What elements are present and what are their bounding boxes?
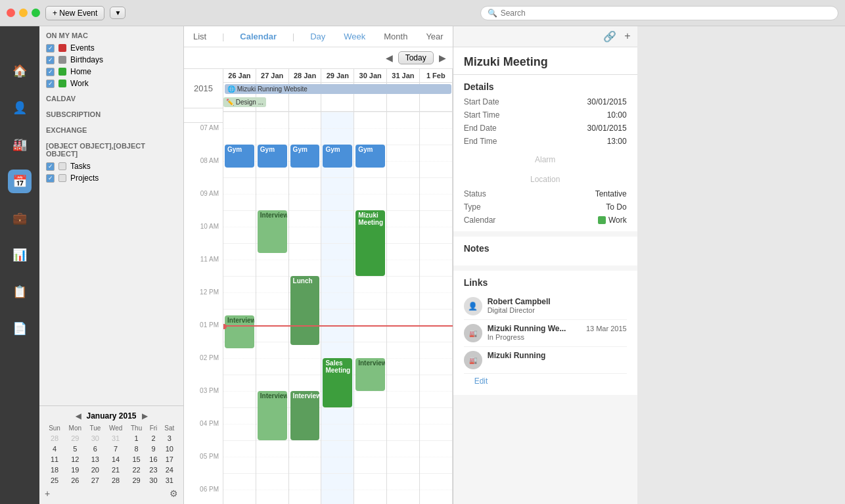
- link-item-project2[interactable]: 🏭 Mizuki Running: [464, 347, 627, 374]
- hour-line: [420, 342, 452, 342]
- day-header-date: 31 Jan: [390, 72, 417, 80]
- mini-cal-day[interactable]: 9: [146, 444, 160, 454]
- week-next-btn[interactable]: ▶: [439, 53, 446, 63]
- mini-cal-day[interactable]: 13: [85, 454, 104, 465]
- mini-cal-day[interactable]: 6: [85, 444, 104, 454]
- calendar-event[interactable]: Interview: [290, 391, 320, 440]
- calendar-event[interactable]: Gym: [355, 145, 385, 168]
- mini-cal-day[interactable]: 19: [64, 465, 85, 475]
- add-calendar-btn[interactable]: +: [45, 488, 50, 499]
- hour-line: [256, 342, 288, 342]
- mini-cal-day[interactable]: 7: [104, 444, 127, 454]
- tasks-checkbox[interactable]: [46, 162, 55, 171]
- calendar-event[interactable]: Gym: [290, 145, 320, 168]
- mini-cal-day[interactable]: 31: [161, 475, 178, 486]
- birthdays-checkbox[interactable]: [46, 56, 55, 64]
- tab-list[interactable]: List: [191, 30, 209, 43]
- birthdays-calendar-item[interactable]: Birthdays: [39, 54, 183, 66]
- mini-cal-day[interactable]: 11: [45, 454, 64, 465]
- mini-cal-day[interactable]: 20: [85, 465, 104, 475]
- tab-day[interactable]: Day: [308, 30, 328, 43]
- projects-checkbox[interactable]: [46, 174, 55, 183]
- projects-type-item[interactable]: Projects: [39, 172, 183, 184]
- calendar-icon[interactable]: 📅: [8, 170, 32, 193]
- mini-cal-day[interactable]: 24: [161, 465, 178, 475]
- mini-cal-day[interactable]: 14: [104, 454, 127, 465]
- mini-cal-day[interactable]: 1: [127, 433, 146, 444]
- today-button[interactable]: Today: [398, 51, 434, 64]
- tab-week[interactable]: Week: [341, 30, 368, 43]
- link-icon[interactable]: 🔗: [603, 30, 616, 43]
- tab-month[interactable]: Month: [381, 30, 410, 43]
- mini-cal-day[interactable]: 25: [45, 475, 64, 486]
- calendar-event[interactable]: Interview: [258, 391, 287, 440]
- mini-cal-day[interactable]: 12: [64, 454, 85, 465]
- calendar-event[interactable]: Interview: [355, 358, 385, 391]
- calendar-event[interactable]: Sales Meeting: [323, 358, 352, 407]
- mini-cal-day[interactable]: 30: [85, 433, 104, 444]
- mini-cal-day[interactable]: 17: [161, 454, 178, 465]
- mini-cal-day[interactable]: 31: [104, 433, 127, 444]
- mini-cal-day[interactable]: 3: [161, 433, 178, 444]
- hour-line: [420, 145, 452, 145]
- mini-cal-day[interactable]: 21: [104, 465, 127, 475]
- events-calendar-item[interactable]: Events: [39, 42, 183, 54]
- time-grid-scroll[interactable]: GymInterviewGymInterviewInterviewGymLunc…: [223, 112, 453, 504]
- calendar-event[interactable]: Lunch: [290, 276, 320, 345]
- home-icon[interactable]: 🏠: [8, 59, 32, 83]
- mini-cal-day[interactable]: 26: [64, 475, 85, 486]
- work-checkbox[interactable]: [46, 80, 55, 88]
- mini-cal-day[interactable]: 23: [146, 465, 160, 475]
- events-checkbox[interactable]: [46, 44, 55, 53]
- new-event-dropdown[interactable]: ▼: [110, 7, 126, 19]
- mini-cal-day[interactable]: 27: [85, 475, 104, 486]
- list-icon[interactable]: 📄: [8, 317, 32, 340]
- tasks-icon[interactable]: 💼: [8, 206, 32, 230]
- add-link-icon[interactable]: +: [624, 30, 630, 43]
- work-calendar-item[interactable]: Work: [39, 78, 183, 89]
- calendar-event[interactable]: Mizuki Meeting: [355, 210, 385, 276]
- link-item-project1[interactable]: 🏭 Mizuki Running We... 13 Mar 2015 In Pr…: [464, 320, 627, 347]
- settings-icon[interactable]: ⚙: [170, 488, 178, 499]
- tab-calendar[interactable]: Calendar: [237, 30, 279, 43]
- day-header-col: 29 Jan: [321, 69, 354, 82]
- maximize-button[interactable]: [32, 9, 40, 17]
- calendar-event[interactable]: Gym: [225, 145, 254, 168]
- calendar-event[interactable]: Gym: [258, 145, 287, 168]
- new-event-button[interactable]: + New Event: [45, 6, 104, 20]
- mini-cal-day[interactable]: 29: [127, 475, 146, 486]
- tasks-type-item[interactable]: Tasks: [39, 160, 183, 172]
- mini-cal-day[interactable]: 15: [127, 454, 146, 465]
- mini-cal-day[interactable]: 30: [146, 475, 160, 486]
- reports-icon[interactable]: 📊: [8, 243, 32, 267]
- mini-cal-next[interactable]: ▶: [142, 412, 147, 421]
- tab-year[interactable]: Year: [423, 30, 445, 43]
- mini-cal-day[interactable]: 22: [127, 465, 146, 475]
- industry-icon[interactable]: 🏭: [8, 133, 32, 156]
- edit-button[interactable]: Edit: [464, 374, 627, 388]
- home-checkbox[interactable]: [46, 68, 55, 76]
- mini-cal-day[interactable]: 29: [64, 433, 85, 444]
- mini-cal-day[interactable]: 4: [45, 444, 64, 454]
- minimize-button[interactable]: [19, 9, 28, 17]
- mini-cal-prev[interactable]: ◀: [76, 412, 81, 421]
- contacts-icon[interactable]: 👤: [8, 96, 32, 120]
- close-button[interactable]: [7, 9, 15, 17]
- mini-cal-day[interactable]: 28: [45, 433, 64, 444]
- week-prev-btn[interactable]: ◀: [386, 53, 393, 63]
- notes-icon[interactable]: 📋: [8, 280, 32, 304]
- mini-cal-day[interactable]: 2: [146, 433, 160, 444]
- mini-cal-day-header: Wed: [104, 423, 127, 433]
- mini-cal-day[interactable]: 28: [104, 475, 127, 486]
- mini-cal-day[interactable]: 18: [45, 465, 64, 475]
- mini-cal-day[interactable]: 16: [146, 454, 160, 465]
- mini-cal-day[interactable]: 10: [161, 444, 178, 454]
- link-item-contact[interactable]: 👤 Robert Campbell Digital Director: [464, 293, 627, 320]
- search-input[interactable]: [501, 9, 831, 18]
- calendar-event[interactable]: Gym: [323, 145, 352, 168]
- mini-cal-day[interactable]: 5: [64, 444, 85, 454]
- mini-cal-day[interactable]: 8: [127, 444, 146, 454]
- calendar-event[interactable]: Interview: [225, 315, 254, 348]
- calendar-event[interactable]: Interview: [258, 210, 287, 253]
- home-calendar-item[interactable]: Home: [39, 66, 183, 78]
